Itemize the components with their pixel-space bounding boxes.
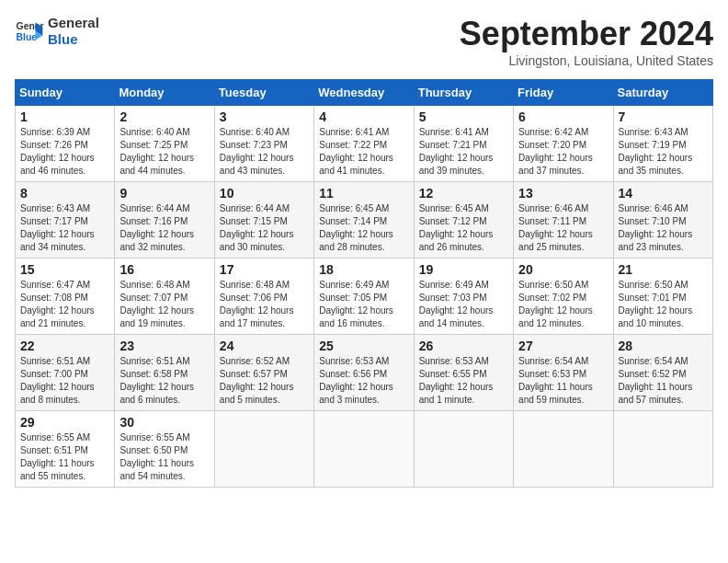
- day-number: 30: [119, 415, 209, 430]
- day-info: Sunrise: 6:55 AM Sunset: 6:51 PM Dayligh…: [20, 431, 109, 483]
- day-info: Sunrise: 6:44 AM Sunset: 7:16 PM Dayligh…: [119, 202, 209, 254]
- calendar-day-cell: 5Sunrise: 6:41 AM Sunset: 7:21 PM Daylig…: [414, 106, 513, 182]
- weekday-header-thursday: Thursday: [414, 80, 513, 106]
- logo-line2: Blue: [48, 31, 99, 48]
- day-number: 2: [119, 109, 209, 124]
- day-number: 3: [220, 109, 309, 124]
- calendar-day-cell: 16Sunrise: 6:48 AM Sunset: 7:07 PM Dayli…: [115, 259, 214, 335]
- day-info: Sunrise: 6:43 AM Sunset: 7:17 PM Dayligh…: [20, 202, 109, 254]
- day-info: Sunrise: 6:55 AM Sunset: 6:50 PM Dayligh…: [119, 431, 209, 483]
- calendar-day-cell: 11Sunrise: 6:45 AM Sunset: 7:14 PM Dayli…: [314, 182, 414, 259]
- day-info: Sunrise: 6:51 AM Sunset: 7:00 PM Dayligh…: [20, 355, 109, 407]
- day-number: 14: [619, 186, 708, 201]
- day-number: 13: [518, 186, 608, 201]
- day-info: Sunrise: 6:41 AM Sunset: 7:22 PM Dayligh…: [319, 126, 408, 178]
- day-info: Sunrise: 6:42 AM Sunset: 7:20 PM Dayligh…: [518, 126, 608, 178]
- day-number: 24: [220, 339, 309, 353]
- day-info: Sunrise: 6:48 AM Sunset: 7:07 PM Dayligh…: [119, 279, 209, 330]
- weekday-header-saturday: Saturday: [613, 80, 712, 106]
- day-number: 29: [20, 415, 109, 430]
- day-info: Sunrise: 6:45 AM Sunset: 7:14 PM Dayligh…: [319, 202, 408, 254]
- page-header: General Blue General Blue September 2024…: [15, 15, 713, 68]
- day-number: 10: [220, 186, 309, 201]
- day-info: Sunrise: 6:40 AM Sunset: 7:23 PM Dayligh…: [220, 126, 309, 178]
- calendar-day-cell: 9Sunrise: 6:44 AM Sunset: 7:16 PM Daylig…: [115, 182, 214, 259]
- day-number: 9: [119, 186, 209, 201]
- calendar-day-cell: 21Sunrise: 6:50 AM Sunset: 7:01 PM Dayli…: [613, 259, 712, 335]
- calendar-day-cell: 6Sunrise: 6:42 AM Sunset: 7:20 PM Daylig…: [514, 106, 613, 182]
- calendar-day-cell: 27Sunrise: 6:54 AM Sunset: 6:53 PM Dayli…: [514, 335, 613, 411]
- day-number: 17: [220, 262, 309, 277]
- day-number: 22: [20, 339, 109, 353]
- empty-cell: [214, 411, 313, 488]
- calendar-day-cell: 24Sunrise: 6:52 AM Sunset: 6:57 PM Dayli…: [214, 335, 313, 411]
- calendar-day-cell: 12Sunrise: 6:45 AM Sunset: 7:12 PM Dayli…: [414, 182, 513, 259]
- empty-cell: [514, 411, 613, 488]
- day-info: Sunrise: 6:40 AM Sunset: 7:25 PM Dayligh…: [119, 126, 209, 178]
- day-info: Sunrise: 6:49 AM Sunset: 7:05 PM Dayligh…: [319, 279, 408, 330]
- day-number: 19: [419, 262, 508, 277]
- calendar-day-cell: 23Sunrise: 6:51 AM Sunset: 6:58 PM Dayli…: [115, 335, 214, 411]
- calendar-header: SundayMondayTuesdayWednesdayThursdayFrid…: [16, 80, 713, 106]
- day-number: 15: [20, 262, 109, 277]
- day-number: 11: [319, 186, 408, 201]
- weekday-header-tuesday: Tuesday: [214, 80, 313, 106]
- logo-icon: General Blue: [15, 17, 44, 46]
- calendar-body: 1Sunrise: 6:39 AM Sunset: 7:26 PM Daylig…: [16, 106, 713, 488]
- weekday-header-friday: Friday: [514, 80, 613, 106]
- title-block: September 2024 Livingston, Louisiana, Un…: [460, 15, 713, 68]
- day-info: Sunrise: 6:54 AM Sunset: 6:53 PM Dayligh…: [518, 355, 608, 407]
- calendar-day-cell: 3Sunrise: 6:40 AM Sunset: 7:23 PM Daylig…: [214, 106, 313, 182]
- calendar-day-cell: 22Sunrise: 6:51 AM Sunset: 7:00 PM Dayli…: [16, 335, 115, 411]
- calendar-day-cell: 30Sunrise: 6:55 AM Sunset: 6:50 PM Dayli…: [115, 411, 214, 488]
- day-info: Sunrise: 6:39 AM Sunset: 7:26 PM Dayligh…: [20, 126, 109, 178]
- day-info: Sunrise: 6:53 AM Sunset: 6:56 PM Dayligh…: [319, 355, 408, 407]
- day-info: Sunrise: 6:45 AM Sunset: 7:12 PM Dayligh…: [419, 202, 508, 254]
- day-number: 8: [20, 186, 109, 201]
- calendar-day-cell: 19Sunrise: 6:49 AM Sunset: 7:03 PM Dayli…: [414, 259, 513, 335]
- calendar-week-row: 8Sunrise: 6:43 AM Sunset: 7:17 PM Daylig…: [16, 182, 713, 259]
- calendar-day-cell: 29Sunrise: 6:55 AM Sunset: 6:51 PM Dayli…: [16, 411, 115, 488]
- day-number: 20: [518, 262, 608, 277]
- calendar-day-cell: 14Sunrise: 6:46 AM Sunset: 7:10 PM Dayli…: [613, 182, 712, 259]
- day-info: Sunrise: 6:54 AM Sunset: 6:52 PM Dayligh…: [619, 355, 708, 407]
- calendar-week-row: 1Sunrise: 6:39 AM Sunset: 7:26 PM Daylig…: [16, 106, 713, 182]
- day-info: Sunrise: 6:49 AM Sunset: 7:03 PM Dayligh…: [419, 279, 508, 330]
- location: Livingston, Louisiana, United States: [460, 53, 713, 68]
- calendar-day-cell: 10Sunrise: 6:44 AM Sunset: 7:15 PM Dayli…: [214, 182, 313, 259]
- day-number: 12: [419, 186, 508, 201]
- day-info: Sunrise: 6:44 AM Sunset: 7:15 PM Dayligh…: [220, 202, 309, 254]
- empty-cell: [613, 411, 712, 488]
- day-number: 5: [419, 109, 508, 124]
- day-info: Sunrise: 6:48 AM Sunset: 7:06 PM Dayligh…: [220, 279, 309, 330]
- day-info: Sunrise: 6:41 AM Sunset: 7:21 PM Dayligh…: [419, 126, 508, 178]
- day-info: Sunrise: 6:50 AM Sunset: 7:02 PM Dayligh…: [518, 279, 608, 330]
- day-number: 6: [518, 109, 608, 124]
- calendar-day-cell: 2Sunrise: 6:40 AM Sunset: 7:25 PM Daylig…: [115, 106, 214, 182]
- day-info: Sunrise: 6:52 AM Sunset: 6:57 PM Dayligh…: [220, 355, 309, 407]
- day-info: Sunrise: 6:53 AM Sunset: 6:55 PM Dayligh…: [419, 355, 508, 407]
- calendar-day-cell: 25Sunrise: 6:53 AM Sunset: 6:56 PM Dayli…: [314, 335, 414, 411]
- logo: General Blue General Blue: [15, 15, 99, 48]
- calendar-day-cell: 7Sunrise: 6:43 AM Sunset: 7:19 PM Daylig…: [613, 106, 712, 182]
- day-number: 25: [319, 339, 408, 353]
- day-number: 1: [20, 109, 109, 124]
- day-info: Sunrise: 6:47 AM Sunset: 7:08 PM Dayligh…: [20, 279, 109, 330]
- logo-line1: General: [48, 15, 99, 31]
- calendar-week-row: 29Sunrise: 6:55 AM Sunset: 6:51 PM Dayli…: [16, 411, 713, 488]
- calendar-day-cell: 13Sunrise: 6:46 AM Sunset: 7:11 PM Dayli…: [514, 182, 613, 259]
- calendar-day-cell: 17Sunrise: 6:48 AM Sunset: 7:06 PM Dayli…: [214, 259, 313, 335]
- day-info: Sunrise: 6:46 AM Sunset: 7:11 PM Dayligh…: [518, 202, 608, 254]
- calendar-day-cell: 4Sunrise: 6:41 AM Sunset: 7:22 PM Daylig…: [314, 106, 414, 182]
- weekday-row: SundayMondayTuesdayWednesdayThursdayFrid…: [16, 80, 713, 106]
- calendar-day-cell: 26Sunrise: 6:53 AM Sunset: 6:55 PM Dayli…: [414, 335, 513, 411]
- day-number: 4: [319, 109, 408, 124]
- calendar-day-cell: 8Sunrise: 6:43 AM Sunset: 7:17 PM Daylig…: [16, 182, 115, 259]
- calendar-day-cell: 28Sunrise: 6:54 AM Sunset: 6:52 PM Dayli…: [613, 335, 712, 411]
- weekday-header-sunday: Sunday: [16, 80, 115, 106]
- empty-cell: [314, 411, 414, 488]
- day-info: Sunrise: 6:43 AM Sunset: 7:19 PM Dayligh…: [619, 126, 708, 178]
- day-info: Sunrise: 6:46 AM Sunset: 7:10 PM Dayligh…: [619, 202, 708, 254]
- calendar-day-cell: 1Sunrise: 6:39 AM Sunset: 7:26 PM Daylig…: [16, 106, 115, 182]
- calendar-table: SundayMondayTuesdayWednesdayThursdayFrid…: [15, 79, 713, 488]
